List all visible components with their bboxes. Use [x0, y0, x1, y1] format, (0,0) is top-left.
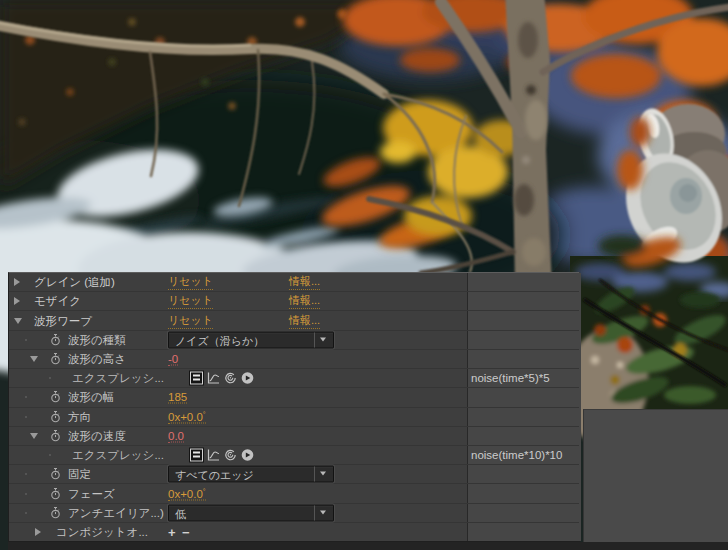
row-dropdown: アンチエイリア...)低	[9, 504, 579, 523]
stopwatch-icon[interactable]	[50, 429, 61, 442]
row-value: 方向0x+0.0°	[9, 408, 579, 427]
row-dot	[49, 454, 51, 456]
expression-label: エクスプレッシ...	[72, 371, 164, 386]
property-label: アンチエイリア...)	[68, 505, 164, 520]
stopwatch-glyph	[50, 506, 61, 519]
property-dropdown[interactable]: すべてのエッジ	[168, 466, 334, 483]
row-expression: エクスプレッシ...noise(time*10)*10	[9, 446, 579, 465]
row-dot	[25, 416, 27, 418]
row-dot	[25, 493, 27, 495]
row-value: 波形の高さ-0	[9, 350, 579, 369]
expression-pickwhip-icon[interactable]	[224, 449, 237, 462]
disclosure-collapsed-icon[interactable]	[14, 297, 20, 305]
effect-name: グレイン (追加)	[34, 275, 115, 290]
application-window: グレイン (追加)リセット情報...モザイクリセット情報...波形ワープリセット…	[0, 0, 728, 550]
dropdown-arrow-icon	[314, 332, 333, 347]
row-value: 波形の幅185	[9, 388, 579, 407]
property-label: 波形の幅	[68, 390, 114, 405]
row-group: コンポジットオ...+−	[9, 523, 579, 541]
row-dot	[25, 396, 27, 398]
stopwatch-glyph	[50, 391, 61, 404]
stopwatch-icon[interactable]	[50, 333, 61, 346]
dropdown-selected-value: すべてのエッジ	[175, 468, 254, 483]
effect-rows: グレイン (追加)リセット情報...モザイクリセット情報...波形ワープリセット…	[9, 273, 579, 541]
info-link[interactable]: 情報...	[289, 293, 320, 309]
property-label: 方向	[68, 409, 91, 424]
row-dot	[25, 473, 27, 475]
disclosure-collapsed-icon[interactable]	[35, 528, 41, 536]
stopwatch-glyph	[50, 410, 61, 423]
stopwatch-glyph	[50, 487, 61, 500]
property-dropdown[interactable]: 低	[168, 504, 334, 521]
property-label: フェーズ	[68, 486, 115, 501]
adjacent-panel	[583, 409, 728, 542]
row-effect: グレイン (追加)リセット情報...	[9, 273, 579, 292]
effect-name: 波形ワープ	[34, 313, 92, 328]
expression-label: エクスプレッシ...	[72, 448, 164, 463]
stopwatch-glyph	[50, 333, 61, 346]
remove-option-button[interactable]: −	[182, 524, 190, 539]
stopwatch-icon[interactable]	[50, 487, 61, 500]
dropdown-selected-value: 低	[175, 506, 186, 521]
expression-play-icon[interactable]	[241, 449, 254, 462]
row-dropdown: 波形の種類ノイズ（滑らか）	[9, 331, 579, 350]
expression-pickwhip-icon[interactable]	[224, 372, 237, 385]
row-effect: 波形ワープリセット情報...	[9, 311, 579, 330]
property-label: 波形の高さ	[68, 351, 126, 366]
stopwatch-glyph	[50, 352, 61, 365]
reset-link[interactable]: リセット	[168, 313, 213, 329]
stopwatch-glyph	[50, 468, 61, 481]
property-dropdown[interactable]: ノイズ（滑らか）	[168, 331, 334, 348]
reset-link[interactable]: リセット	[168, 274, 213, 290]
property-value[interactable]: 0x+0.0°	[168, 487, 206, 500]
disclosure-expanded-icon[interactable]	[14, 318, 22, 324]
expression-enable-icon[interactable]	[190, 372, 203, 385]
row-expression: エクスプレッシ...noise(time*5)*5	[9, 369, 579, 388]
expression-field[interactable]: noise(time*5)*5	[471, 372, 550, 384]
property-value[interactable]: -0	[168, 352, 178, 365]
disclosure-expanded-icon[interactable]	[30, 356, 38, 362]
stopwatch-icon[interactable]	[50, 410, 61, 423]
stopwatch-icon[interactable]	[50, 506, 61, 519]
dropdown-arrow-icon	[314, 505, 333, 520]
info-link[interactable]: 情報...	[289, 274, 320, 290]
expression-graph-icon[interactable]	[207, 372, 220, 385]
add-option-button[interactable]: +	[168, 524, 176, 539]
dropdown-selected-value: ノイズ（滑らか）	[175, 333, 264, 348]
effect-controls-panel: グレイン (追加)リセット情報...モザイクリセット情報...波形ワープリセット…	[8, 272, 580, 542]
property-label: 波形の速度	[68, 428, 126, 443]
disclosure-expanded-icon[interactable]	[30, 433, 38, 439]
property-label: 固定	[68, 467, 91, 482]
stopwatch-icon[interactable]	[50, 468, 61, 481]
row-value: フェーズ0x+0.0°	[9, 484, 579, 503]
row-dropdown: 固定すべてのエッジ	[9, 465, 579, 484]
stopwatch-icon[interactable]	[50, 352, 61, 365]
expression-graph-icon[interactable]	[207, 449, 220, 462]
expression-enable-icon[interactable]	[190, 449, 203, 462]
expression-icons	[190, 372, 258, 385]
expression-play-icon[interactable]	[241, 372, 254, 385]
row-value: 波形の速度0.0	[9, 427, 579, 446]
effect-name: モザイク	[34, 294, 81, 309]
dropdown-arrow-icon	[314, 467, 333, 482]
property-label: 波形の種類	[68, 332, 126, 347]
info-link[interactable]: 情報...	[289, 313, 320, 329]
property-value[interactable]: 0.0	[168, 429, 184, 442]
stopwatch-icon[interactable]	[50, 391, 61, 404]
reset-link[interactable]: リセット	[168, 293, 213, 309]
property-value[interactable]: 0x+0.0°	[168, 410, 206, 423]
panel-bottom-edge	[8, 542, 728, 550]
stopwatch-glyph	[50, 429, 61, 442]
property-label: コンポジットオ...	[56, 524, 148, 539]
row-effect: モザイクリセット情報...	[9, 292, 579, 311]
row-dot	[25, 339, 27, 341]
row-dot	[49, 377, 51, 379]
property-value[interactable]: 185	[168, 391, 187, 404]
expression-field[interactable]: noise(time*10)*10	[471, 449, 562, 461]
row-dot	[25, 512, 27, 514]
expression-icons	[190, 449, 258, 462]
disclosure-collapsed-icon[interactable]	[14, 278, 20, 286]
